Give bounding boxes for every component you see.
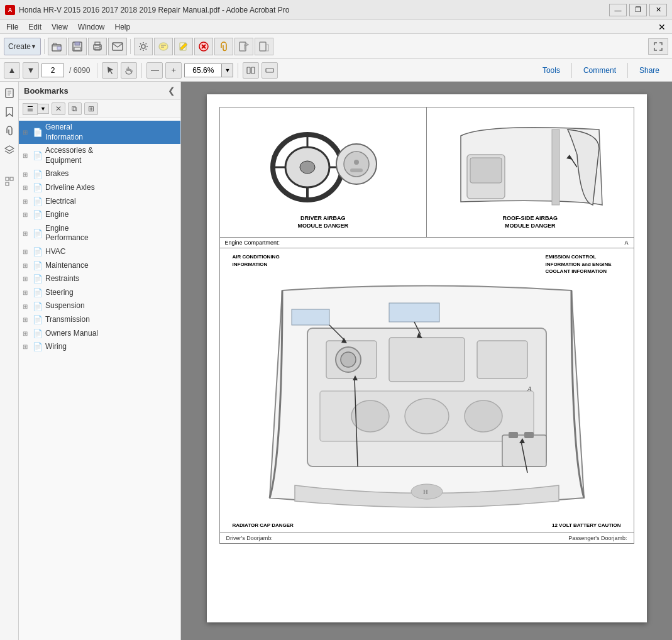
bookmark-copy-button[interactable]: ⧉	[68, 102, 82, 115]
zoom-level-input[interactable]	[184, 63, 222, 77]
bookmark-item-brakes[interactable]: ⊞ 📄 Brakes	[19, 167, 180, 181]
minimize-button[interactable]: —	[609, 4, 627, 16]
bookmark-page-icon: 📄	[33, 302, 43, 311]
fit-page-button[interactable]	[243, 62, 259, 79]
pdf-viewer[interactable]: DRIVER AIRBAG MODULE DANGER	[181, 82, 672, 640]
bookmarks-close-button[interactable]: ❮	[168, 86, 175, 96]
attachment-panel-icon[interactable]	[2, 123, 17, 138]
svg-point-29	[300, 161, 315, 174]
delete-button[interactable]	[194, 38, 213, 55]
save-button[interactable]	[68, 38, 87, 55]
bookmark-list-icon[interactable]: ☰	[23, 103, 38, 115]
main-area: Bookmarks ❮ ☰ ▼ ✕ ⧉ ⊞ ⊞ 📄 General Inform…	[0, 82, 672, 640]
bookmark-item-wiring[interactable]: ⊞ 📄 Wiring	[19, 340, 180, 354]
expander-icon[interactable]: ⊞	[23, 303, 30, 310]
bookmark-item-ownersmanual[interactable]: ⊞ 📄 Owners Manual	[19, 327, 180, 341]
menu-window[interactable]: Window	[74, 21, 109, 33]
bookmark-item-suspension[interactable]: ⊞ 📄 Suspension	[19, 299, 180, 313]
svg-rect-4	[74, 47, 80, 50]
hand-tool-button[interactable]	[121, 62, 137, 79]
menu-edit[interactable]: Edit	[25, 21, 45, 33]
bookmark-page-icon: 📄	[33, 128, 43, 137]
expander-icon[interactable]: ⊞	[23, 184, 30, 191]
next-page-button[interactable]: ▼	[23, 62, 39, 79]
expander-icon[interactable]: ⊞	[23, 230, 30, 237]
expander-icon[interactable]: ⊞	[23, 343, 30, 350]
tools-button[interactable]: Tools	[534, 63, 569, 78]
bookmark-delete-button[interactable]: ✕	[52, 102, 65, 115]
window-controls[interactable]: — ❐ ✕	[609, 4, 667, 16]
fit-width-button[interactable]	[262, 62, 278, 79]
zoom-in-button[interactable]: +	[165, 62, 182, 79]
fields-panel-icon[interactable]	[2, 174, 17, 189]
bookmark-item-general[interactable]: ⊞ 📄 General Information	[19, 121, 180, 144]
select-tool-button[interactable]	[102, 62, 118, 79]
bookmark-item-hvac[interactable]: ⊞ 📄 HVAC	[19, 245, 180, 259]
nav-right-sep-2	[627, 63, 628, 78]
bookmark-expand-button[interactable]: ⊞	[84, 102, 98, 115]
page-nav-icon[interactable]	[2, 86, 17, 101]
expander-icon[interactable]: ⊞	[23, 171, 30, 178]
svg-rect-20	[6, 177, 9, 180]
attach-button[interactable]	[214, 38, 233, 55]
edit-button[interactable]	[174, 38, 193, 55]
create-button[interactable]: Create ▼	[4, 38, 41, 55]
svg-point-44	[351, 400, 389, 432]
bookmark-label: Electrical	[45, 197, 76, 207]
expander-icon[interactable]: ⊞	[23, 316, 30, 323]
expander-icon[interactable]: ⊞	[23, 248, 30, 255]
menu-help[interactable]: Help	[111, 21, 135, 33]
bookmark-list-dropdown[interactable]: ☰ ▼	[23, 103, 49, 115]
nav-sep-1	[97, 63, 97, 78]
bookmark-item-maintenance[interactable]: ⊞ 📄 Maintenance	[19, 259, 180, 273]
bookmark-item-engineperf[interactable]: ⊞ 📄 Engine Performance	[19, 222, 180, 245]
air-conditioning-label: AIR CONDITIONING INFORMATION	[233, 253, 283, 275]
restore-button[interactable]: ❐	[629, 4, 647, 16]
share-button[interactable]	[255, 38, 273, 55]
settings-button[interactable]	[134, 38, 153, 55]
bookmark-item-steering[interactable]: ⊞ 📄 Steering	[19, 286, 180, 300]
app-icon: A	[5, 5, 15, 15]
svg-rect-38	[552, 130, 559, 205]
email-button[interactable]	[108, 38, 127, 55]
expander-icon[interactable]: ⊞	[23, 129, 30, 136]
menu-view[interactable]: View	[48, 21, 72, 33]
bookmark-list-arrow-icon[interactable]: ▼	[38, 104, 49, 114]
zoom-dropdown[interactable]: ▼	[222, 63, 233, 77]
battery-label: 12 VOLT BATTERY CAUTION	[552, 522, 621, 529]
bookmark-item-restraints[interactable]: ⊞ 📄 Restraints	[19, 272, 180, 286]
expander-icon[interactable]: ⊞	[23, 198, 30, 205]
total-pages: / 6090	[67, 66, 92, 75]
expander-icon[interactable]: ⊞	[23, 289, 30, 296]
prev-page-button[interactable]: ▲	[4, 62, 20, 79]
print-button[interactable]	[88, 38, 107, 55]
share-nav-button[interactable]: Share	[631, 63, 668, 78]
open-button[interactable]	[48, 38, 67, 55]
bookmark-item-transmission[interactable]: ⊞ 📄 Transmission	[19, 313, 180, 327]
expander-icon[interactable]: ⊞	[23, 330, 30, 337]
comment-tool-button[interactable]	[154, 38, 173, 55]
bookmark-item-accessories[interactable]: ⊞ 📄 Accessories & Equipment	[19, 144, 180, 167]
toolbar-separator-1	[44, 39, 45, 54]
expander-icon[interactable]: ⊞	[23, 152, 30, 159]
svg-text:A: A	[527, 385, 532, 392]
export-button[interactable]	[234, 38, 253, 55]
roof-airbag-caption: ROOF-SIDE AIRBAG MODULE DANGER	[502, 215, 558, 229]
bookmark-panel-icon[interactable]	[2, 104, 17, 119]
layers-panel-icon[interactable]	[2, 142, 17, 157]
bookmark-item-engine[interactable]: ⊞ 📄 Engine	[19, 208, 180, 222]
menu-file[interactable]: File	[3, 21, 22, 33]
expander-icon[interactable]: ⊞	[23, 275, 30, 282]
bookmark-item-driveline[interactable]: ⊞ 📄 Driveline Axles	[19, 181, 180, 195]
comment-button[interactable]: Comment	[575, 63, 625, 78]
page-number-input[interactable]	[41, 63, 64, 77]
bookmark-page-icon: 📄	[33, 315, 43, 324]
menu-close-icon[interactable]: ✕	[654, 22, 669, 32]
expander-icon[interactable]: ⊞	[23, 211, 30, 218]
expander-icon[interactable]: ⊞	[23, 262, 30, 269]
close-button[interactable]: ✕	[649, 4, 667, 16]
zoom-out-button[interactable]: —	[146, 62, 163, 79]
bookmark-item-electrical[interactable]: ⊞ 📄 Electrical	[19, 195, 180, 209]
passengers-doorjamb-label: Passenger's Doorjamb:	[568, 535, 627, 541]
maximize-panel-button[interactable]	[648, 38, 668, 55]
